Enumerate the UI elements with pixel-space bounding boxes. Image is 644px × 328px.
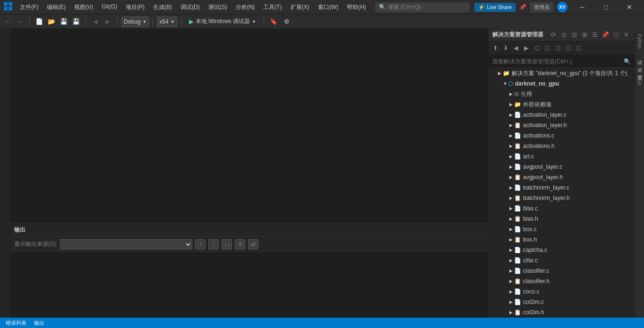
tree-item-file[interactable]: ▶ 📄 cifar.c <box>489 255 635 266</box>
tree-item-external-deps[interactable]: ▶ 📁 外部依赖项 <box>489 99 635 110</box>
menu-debug[interactable]: 调试(D) <box>177 1 204 13</box>
right-tab-resources[interactable]: 资源管理 <box>635 68 644 75</box>
project-root[interactable]: ▼ ⬡ darknet_no_gpu <box>489 78 635 89</box>
platform-dropdown[interactable]: x64 ▼ <box>157 17 177 27</box>
right-tab-debug[interactable]: 调试 <box>635 52 644 60</box>
menu-analyze[interactable]: 分析(N) <box>232 1 259 13</box>
tree-item-file[interactable]: ▶ 📄 col2im.c <box>489 297 635 307</box>
open-button[interactable]: 📂 <box>46 16 57 27</box>
close-button[interactable]: ✕ <box>618 0 640 14</box>
undo-button[interactable]: ↩ <box>2 16 13 27</box>
file-type-icon: 📋 <box>514 174 521 181</box>
toolbar-btn-8[interactable]: ⬡ <box>563 43 573 53</box>
tree-item-file[interactable]: ▶ 📄 captcha.c <box>489 245 635 255</box>
maximize-button[interactable]: □ <box>595 0 617 14</box>
tree-item-file[interactable]: ▶ 📋 blas.h <box>489 214 635 224</box>
debug-config-dropdown[interactable]: Debug ▼ <box>121 17 149 27</box>
menu-tools[interactable]: 工具(T) <box>259 1 285 13</box>
tree-item-file[interactable]: ▶ 📋 col2im.h <box>489 307 635 318</box>
toolbar-btn-6[interactable]: ⬡ <box>542 43 552 53</box>
scroll-up-button[interactable]: ↑ <box>195 239 206 250</box>
solution-label: 解决方案 "darknet_no_gpu" (1 个项目/共 1 个) <box>512 69 627 78</box>
output-source-select[interactable] <box>60 239 192 250</box>
menu-window[interactable]: 窗口(W) <box>314 1 342 13</box>
tree-item-file[interactable]: ▶ 📄 activations.c <box>489 130 635 141</box>
toolbar-group-undo: ↩ ↪ <box>2 16 26 27</box>
tree-item-file[interactable]: ▶ 📋 box.h <box>489 234 635 245</box>
toolbar-btn-4[interactable]: ▶ <box>522 43 531 53</box>
tree-item-file[interactable]: ▶ 📄 box.c <box>489 224 635 234</box>
main-area: 解决方案资源管理器 输出 显示输出来源(S): ↑ ↓ ↓↓ ≡ ⇄ <box>0 28 644 318</box>
toolbar-btn-2[interactable]: ⬇ <box>501 43 510 53</box>
search-box[interactable]: 搜索 (Ctrl+Q) <box>388 3 421 11</box>
toolbar-btn-9[interactable]: ⬡ <box>574 43 583 53</box>
file-arrow: ▶ <box>507 299 514 305</box>
menu-view[interactable]: 视图(V) <box>70 1 97 13</box>
menu-test[interactable]: 测试(S) <box>205 1 231 13</box>
toolbar-btn-1[interactable]: ⬆ <box>490 43 500 53</box>
status-output[interactable]: 输出 <box>32 319 46 327</box>
filter-button[interactable]: ⊙ <box>559 30 568 40</box>
run-button[interactable]: ▶ 本地 Windows 调试器 ▼ <box>185 17 260 27</box>
clear-output-button[interactable]: ≡ <box>235 239 245 250</box>
new-file-button[interactable]: 📄 <box>34 16 45 27</box>
tree-item-file[interactable]: ▶ 📄 blas.c <box>489 203 635 214</box>
scroll-down-button[interactable]: ↓ <box>208 239 219 250</box>
panel-toolbar-row: ⬆ ⬇ ◀ ▶ ⬡ ⬡ ⬡ ⬡ ⬡ <box>489 42 635 55</box>
file-type-icon: 📄 <box>514 226 521 233</box>
dock-button[interactable]: ⬡ <box>611 30 620 40</box>
collapse-button[interactable]: ⊟ <box>569 30 579 40</box>
tree-item-file[interactable]: ▶ 📋 batchnorm_layer.h <box>489 193 635 203</box>
menu-extensions[interactable]: 扩展(X) <box>287 1 313 13</box>
solution-search-input[interactable] <box>492 58 624 65</box>
tree-item-file[interactable]: ▶ 📄 activation_layer.c <box>489 110 635 120</box>
live-share-button[interactable]: ⚡ Live Share <box>474 3 515 12</box>
menu-edit[interactable]: 编辑(E) <box>43 1 69 13</box>
menu-file[interactable]: 文件(F) <box>16 1 42 13</box>
right-tab-python[interactable]: Python <box>635 30 644 52</box>
redo-button[interactable]: ↪ <box>14 16 26 27</box>
toolbar-btn-5[interactable]: ⬡ <box>532 43 541 53</box>
properties-button[interactable]: ⊞ <box>580 30 589 40</box>
menu-git[interactable]: Git(G) <box>98 1 121 13</box>
forward-button[interactable]: ▶ <box>102 16 113 27</box>
toolbar-btn-3[interactable]: ◀ <box>511 43 521 53</box>
word-wrap-button[interactable]: ⇄ <box>248 239 258 250</box>
bookmark-button[interactable]: 🔖 <box>268 16 279 27</box>
tree-item-file[interactable]: ▶ 📋 activations.h <box>489 141 635 151</box>
manage-button[interactable]: 管理员 <box>530 2 553 12</box>
file-type-icon: 📋 <box>514 216 521 222</box>
tree-item-file[interactable]: ▶ 📋 avgpool_layer.h <box>489 172 635 182</box>
tree-item-file[interactable]: ▶ 📋 classifier.h <box>489 276 635 286</box>
solution-root[interactable]: ▶ 📁 解决方案 "darknet_no_gpu" (1 个项目/共 1 个) <box>489 68 635 78</box>
tree-item-file[interactable]: ▶ 📄 art.c <box>489 151 635 162</box>
tree-item-file[interactable]: ▶ 📄 classifier.c <box>489 266 635 276</box>
tree-item-file[interactable]: ▶ 📋 activation_layer.h <box>489 120 635 130</box>
tree-item-file[interactable]: ▶ 📄 coco.c <box>489 286 635 297</box>
save-all-button[interactable]: 💾 <box>70 16 82 27</box>
preview-button[interactable]: ☰ <box>590 30 600 40</box>
tree-item-file[interactable]: ▶ 📄 batchnorm_layer.c <box>489 182 635 193</box>
menu-project[interactable]: 项目(P) <box>122 1 148 13</box>
toolbar-btn-7[interactable]: ⬡ <box>553 43 562 53</box>
extdep-arrow: ▶ <box>507 101 514 108</box>
menu-help[interactable]: 帮助(H) <box>343 1 370 13</box>
solution-icon: 📁 <box>503 70 510 77</box>
file-arrow: ▶ <box>507 236 514 243</box>
close-panel-button[interactable]: ✕ <box>621 30 631 40</box>
right-tab-git[interactable]: Git <box>635 75 644 89</box>
right-tab-test[interactable]: 测试 <box>635 60 644 68</box>
tree-item-file[interactable]: ▶ 📄 avgpool_layer.c <box>489 162 635 172</box>
tree-item-references[interactable]: ▶ ⊞ 引用 <box>489 89 635 99</box>
minimize-button[interactable]: ─ <box>571 0 593 14</box>
save-button[interactable]: 💾 <box>58 16 69 27</box>
sync-button[interactable]: ⟳ <box>549 30 558 40</box>
menu-build[interactable]: 生成(B) <box>149 1 176 13</box>
status-errors[interactable]: 错误列表 <box>4 319 28 327</box>
pin-panel-button[interactable]: 📌 <box>601 30 610 40</box>
back-button[interactable]: ◀ <box>90 16 101 27</box>
file-type-icon: 📄 <box>514 112 521 118</box>
settings-button[interactable]: ⚙ <box>281 16 292 27</box>
solution-explorer-tab[interactable]: 解决方案资源管理器 <box>0 28 10 36</box>
scroll-end-button[interactable]: ↓↓ <box>222 239 232 250</box>
